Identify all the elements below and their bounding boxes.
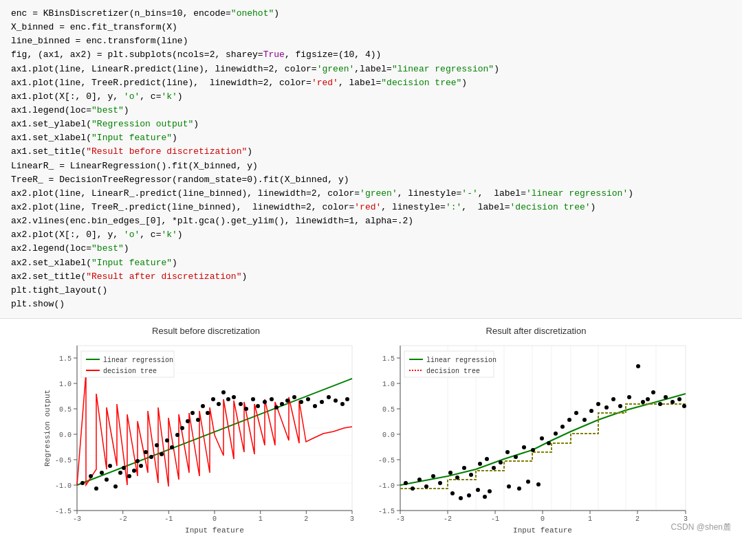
svg-point-174: [450, 491, 455, 495]
svg-point-46: [118, 471, 122, 475]
svg-point-152: [540, 436, 544, 440]
svg-point-66: [217, 402, 221, 406]
svg-text:0.0: 0.0: [382, 432, 394, 439]
svg-point-40: [89, 474, 93, 478]
svg-point-148: [505, 450, 510, 454]
svg-point-173: [682, 404, 686, 408]
svg-point-143: [469, 473, 473, 477]
svg-text:-0.5: -0.5: [378, 457, 394, 464]
code-block: enc = KBinsDiscretizer(n_bins=10, encode…: [0, 0, 742, 319]
code-line-15: ax2.plot(line, TreeR_.predict(line_binne…: [11, 202, 596, 212]
svg-point-147: [499, 460, 503, 464]
svg-point-73: [256, 404, 260, 408]
svg-point-175: [459, 496, 463, 500]
svg-point-176: [467, 493, 471, 497]
svg-point-65: [211, 397, 215, 401]
svg-point-160: [596, 402, 600, 406]
svg-text:1: 1: [587, 515, 591, 523]
svg-point-82: [313, 404, 317, 408]
code-line-8: ax1.legend(loc="best"): [11, 105, 129, 115]
svg-text:decision tree: decision tree: [103, 368, 157, 375]
svg-point-145: [485, 457, 489, 461]
svg-point-83: [320, 400, 324, 404]
svg-point-170: [664, 395, 668, 399]
svg-point-155: [560, 425, 565, 429]
svg-text:decision tree: decision tree: [426, 368, 480, 375]
code-line-18: ax2.legend(loc="best"): [11, 243, 129, 254]
svg-point-39: [80, 481, 85, 485]
svg-point-144: [478, 462, 482, 466]
svg-point-47: [122, 466, 126, 470]
svg-point-177: [476, 488, 480, 492]
svg-point-138: [431, 474, 435, 478]
svg-point-159: [589, 409, 593, 413]
svg-point-44: [108, 464, 112, 468]
svg-point-157: [574, 411, 578, 415]
svg-text:-1.0: -1.0: [54, 482, 71, 490]
svg-text:0: 0: [212, 515, 216, 523]
svg-point-168: [651, 390, 655, 394]
svg-point-60: [186, 419, 190, 423]
code-line-3: line_binned = enc.transform(line): [11, 36, 188, 46]
svg-point-53: [149, 455, 153, 459]
svg-point-141: [455, 475, 459, 480]
svg-point-45: [113, 484, 118, 489]
svg-point-43: [105, 478, 109, 482]
svg-point-171: [670, 400, 675, 404]
svg-text:0.0: 0.0: [58, 432, 71, 439]
svg-text:-1.5: -1.5: [54, 508, 71, 515]
svg-text:-2: -2: [118, 515, 127, 523]
svg-point-156: [567, 418, 571, 422]
svg-point-169: [658, 402, 662, 406]
right-chart-title: Result after discretization: [371, 326, 701, 336]
svg-point-56: [165, 438, 169, 443]
svg-point-69: [232, 395, 236, 399]
left-chart-title: Result before discretization: [41, 326, 371, 336]
svg-point-48: [127, 474, 131, 478]
svg-point-61: [190, 411, 195, 415]
svg-point-87: [345, 397, 349, 401]
svg-point-71: [244, 407, 248, 411]
svg-point-136: [417, 478, 422, 482]
code-line-22: plt.show(): [11, 299, 65, 309]
svg-text:1.0: 1.0: [382, 381, 394, 388]
svg-point-162: [611, 397, 615, 401]
svg-text:1: 1: [258, 515, 262, 523]
svg-text:-1: -1: [490, 515, 499, 523]
svg-point-80: [299, 400, 303, 404]
svg-point-181: [517, 486, 521, 491]
svg-text:-2: -2: [443, 515, 451, 523]
svg-text:0.5: 0.5: [58, 406, 71, 414]
svg-text:2: 2: [304, 515, 308, 523]
svg-point-68: [226, 397, 230, 401]
svg-text:Regression output: Regression output: [43, 390, 52, 467]
svg-point-137: [424, 484, 428, 489]
svg-point-142: [462, 466, 466, 470]
svg-point-172: [677, 397, 681, 401]
code-line-13: TreeR_ = DecisionTreeRegressor(random_st…: [11, 175, 349, 185]
code-line-5: ax1.plot(line, LinearR.predict(line), li…: [11, 64, 499, 74]
svg-point-134: [404, 481, 408, 485]
svg-point-41: [94, 486, 98, 491]
svg-point-151: [531, 448, 535, 452]
svg-point-52: [144, 450, 148, 454]
code-line-16: ax2.vlines(enc.bin_edges_[0], *plt.gca()…: [11, 216, 413, 226]
code-line-17: ax2.plot(X[:, 0], y, 'o', c='k'): [11, 229, 183, 240]
svg-point-165: [636, 364, 640, 368]
code-line-10: ax1.set_xlabel("Input feature"): [11, 133, 177, 143]
svg-point-79: [292, 395, 296, 399]
svg-point-76: [274, 405, 279, 410]
svg-text:3: 3: [349, 515, 353, 523]
svg-point-178: [483, 495, 487, 499]
svg-point-57: [170, 445, 174, 449]
svg-point-163: [618, 404, 622, 408]
svg-point-161: [604, 405, 609, 410]
code-line-7: ax1.plot(X[:, 0], y, 'o', c='k'): [11, 91, 183, 102]
svg-point-150: [522, 445, 526, 449]
svg-point-58: [175, 433, 179, 437]
svg-point-55: [160, 452, 164, 456]
svg-point-135: [411, 486, 415, 491]
svg-text:linear regression: linear regression: [103, 357, 173, 364]
code-line-19: ax2.set_xlabel("Input feature"): [11, 258, 177, 268]
svg-point-74: [263, 400, 267, 404]
